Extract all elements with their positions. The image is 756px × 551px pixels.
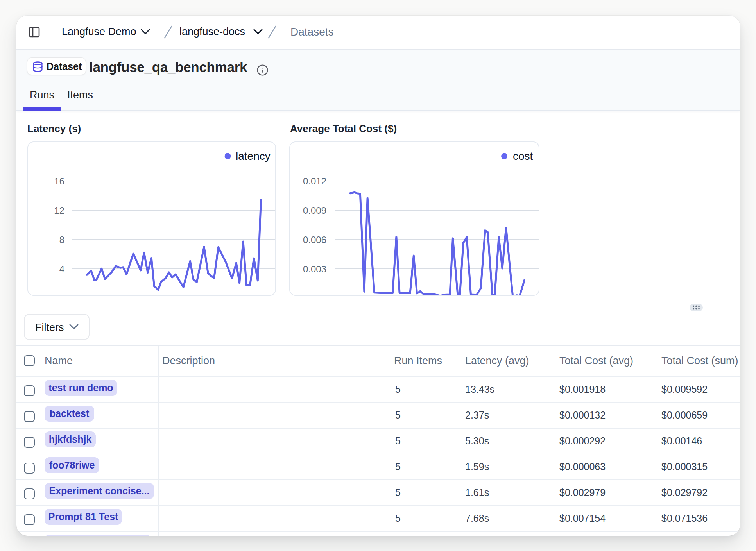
svg-text:0.006: 0.006 — [303, 234, 326, 245]
svg-text:0.009: 0.009 — [303, 205, 326, 216]
svg-text:latency: latency — [236, 150, 271, 162]
svg-text:4: 4 — [59, 264, 64, 274]
svg-text:0.012: 0.012 — [303, 176, 326, 186]
svg-text:8: 8 — [59, 234, 64, 245]
svg-text:cost: cost — [513, 150, 533, 162]
svg-text:16: 16 — [54, 176, 64, 186]
svg-text:12: 12 — [54, 205, 64, 216]
svg-text:0.003: 0.003 — [303, 264, 326, 274]
